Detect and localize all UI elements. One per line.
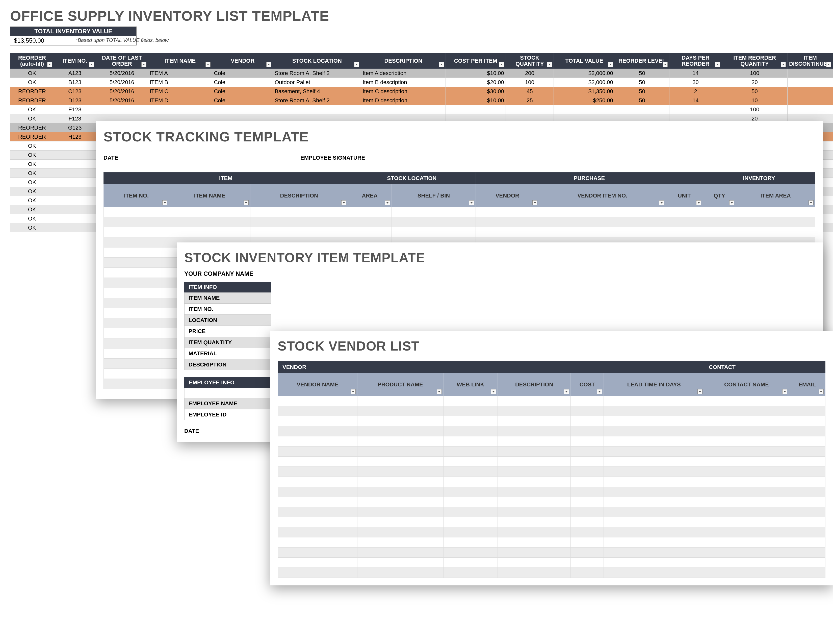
table-row[interactable]: OKB1235/20/2016ITEM BColeOutdoor PalletI… — [10, 78, 833, 87]
filter-dropdown-icon[interactable] — [696, 200, 701, 205]
filter-dropdown-icon[interactable] — [385, 200, 390, 205]
item-info-row[interactable]: ITEM NAME — [184, 293, 271, 304]
tracking-sub-header[interactable]: ITEM NAME — [169, 184, 251, 207]
filter-dropdown-icon[interactable] — [354, 62, 359, 67]
inv-col-header[interactable]: DAYS PER REORDER — [669, 53, 722, 69]
inv-col-header[interactable]: STOCK LOCATION — [273, 53, 361, 69]
table-row[interactable] — [278, 477, 825, 487]
tracking-sub-header[interactable]: DESCRIPTION — [250, 184, 348, 207]
filter-dropdown-icon[interactable] — [351, 389, 356, 394]
table-row[interactable] — [278, 538, 825, 547]
table-row[interactable] — [278, 446, 825, 457]
filter-dropdown-icon[interactable] — [659, 200, 664, 205]
filter-dropdown-icon[interactable] — [162, 200, 167, 205]
filter-dropdown-icon[interactable] — [597, 389, 602, 394]
filter-dropdown-icon[interactable] — [266, 62, 271, 67]
tracking-sub-header[interactable]: VENDOR ITEM NO. — [539, 184, 666, 207]
filter-dropdown-icon[interactable] — [819, 389, 824, 394]
vendor-sub-header[interactable]: CONTACT NAME — [704, 373, 789, 396]
filter-dropdown-icon[interactable] — [729, 200, 734, 205]
employee-info-row[interactable]: EMPLOYEE NAME — [184, 398, 271, 409]
table-row[interactable] — [278, 487, 825, 497]
item-info-row[interactable]: MATERIAL — [184, 348, 271, 359]
item-info-row[interactable]: DESCRIPTION — [184, 359, 271, 370]
filter-dropdown-icon[interactable] — [439, 62, 444, 67]
table-row[interactable] — [278, 517, 825, 527]
table-row[interactable] — [278, 558, 825, 568]
inv-col-header[interactable]: ITEM NAME — [148, 53, 212, 69]
filter-dropdown-icon[interactable] — [47, 62, 52, 67]
table-row[interactable] — [278, 406, 825, 416]
filter-dropdown-icon[interactable] — [809, 200, 814, 205]
vendor-sub-header[interactable]: VENDOR NAME — [278, 373, 357, 396]
table-row[interactable]: OKA1235/20/2016ITEM AColeStore Room A, S… — [10, 69, 833, 78]
filter-dropdown-icon[interactable] — [469, 200, 474, 205]
inv-col-header[interactable]: ITEM DISCONTINUED — [788, 53, 833, 69]
filter-dropdown-icon[interactable] — [142, 62, 146, 67]
inv-col-header[interactable]: TOTAL VALUE — [554, 53, 615, 69]
tracking-sub-header[interactable]: ITEM NO. — [104, 184, 169, 207]
filter-dropdown-icon[interactable] — [206, 62, 211, 67]
table-row[interactable]: REORDERC1235/20/2016ITEM CColeBasement, … — [10, 87, 833, 96]
vendor-sub-header[interactable]: PRODUCT NAME — [357, 373, 443, 396]
table-row[interactable] — [278, 457, 825, 467]
tracking-sub-header[interactable]: SHELF / BIN — [391, 184, 476, 207]
filter-dropdown-icon[interactable] — [532, 200, 537, 205]
filter-dropdown-icon[interactable] — [89, 62, 94, 67]
table-row[interactable] — [278, 396, 825, 406]
inv-col-header[interactable]: COST PER ITEM — [445, 53, 506, 69]
inv-col-header[interactable]: DATE OF LAST ORDER — [96, 53, 148, 69]
vendor-sub-header[interactable]: COST — [571, 373, 604, 396]
inv-col-header[interactable]: DESCRIPTION — [361, 53, 445, 69]
filter-dropdown-icon[interactable] — [781, 62, 786, 67]
filter-dropdown-icon[interactable] — [608, 62, 613, 67]
vendor-sub-header[interactable]: WEB LINK — [443, 373, 497, 396]
tracking-sub-header[interactable]: VENDOR — [476, 184, 539, 207]
table-row[interactable] — [104, 217, 815, 227]
table-row[interactable] — [278, 416, 825, 426]
filter-dropdown-icon[interactable] — [698, 389, 703, 394]
inv-col-header[interactable]: STOCK QUANTITY — [506, 53, 553, 69]
filter-dropdown-icon[interactable] — [782, 389, 787, 394]
table-row[interactable] — [278, 547, 825, 558]
filter-dropdown-icon[interactable] — [499, 62, 504, 67]
vendor-sub-header[interactable]: LEAD TIME IN DAYS — [604, 373, 704, 396]
filter-dropdown-icon[interactable] — [244, 200, 249, 205]
filter-dropdown-icon[interactable] — [491, 389, 496, 394]
filter-dropdown-icon[interactable] — [663, 62, 668, 67]
inv-col-header[interactable]: VENDOR — [212, 53, 273, 69]
item-info-row[interactable]: ITEM QUANTITY — [184, 337, 271, 348]
tracking-sub-header[interactable]: QTY — [703, 184, 736, 207]
table-row[interactable] — [104, 227, 815, 237]
tracking-sub-header[interactable]: UNIT — [666, 184, 703, 207]
inv-col-header[interactable]: REORDER LEVEL — [615, 53, 669, 69]
inv-col-header[interactable]: ITEM NO. — [54, 53, 96, 69]
item-info-row[interactable]: PRICE — [184, 326, 271, 337]
filter-dropdown-icon[interactable] — [437, 389, 442, 394]
vendor-sub-header[interactable]: EMAIL — [789, 373, 825, 396]
item-info-row[interactable]: LOCATION — [184, 315, 271, 326]
filter-dropdown-icon[interactable] — [564, 389, 569, 394]
table-row[interactable] — [104, 207, 815, 217]
table-row[interactable]: OKE123100 — [10, 105, 833, 114]
item-info-row[interactable]: ITEM NO. — [184, 304, 271, 315]
tracking-sub-header[interactable]: AREA — [348, 184, 391, 207]
table-row[interactable] — [278, 436, 825, 446]
date-field: DATE — [103, 155, 280, 167]
inv-col-header[interactable]: ITEM REORDER QUANTITY — [722, 53, 788, 69]
filter-dropdown-icon[interactable] — [341, 200, 346, 205]
tracking-sub-header[interactable]: ITEM AREA — [736, 184, 815, 207]
table-row[interactable] — [278, 568, 825, 578]
employee-info-row[interactable]: EMPLOYEE ID — [184, 409, 271, 420]
table-row[interactable]: REORDERD1235/20/2016ITEM DColeStore Room… — [10, 96, 833, 105]
filter-dropdown-icon[interactable] — [547, 62, 552, 67]
filter-dropdown-icon[interactable] — [826, 62, 831, 67]
filter-dropdown-icon[interactable] — [715, 62, 720, 67]
inv-col-header[interactable]: REORDER (auto-fill) — [10, 53, 54, 69]
table-row[interactable] — [278, 507, 825, 517]
table-row[interactable] — [278, 467, 825, 477]
table-row[interactable] — [278, 527, 825, 538]
table-row[interactable] — [278, 426, 825, 436]
vendor-sub-header[interactable]: DESCRIPTION — [498, 373, 571, 396]
table-row[interactable] — [278, 497, 825, 507]
